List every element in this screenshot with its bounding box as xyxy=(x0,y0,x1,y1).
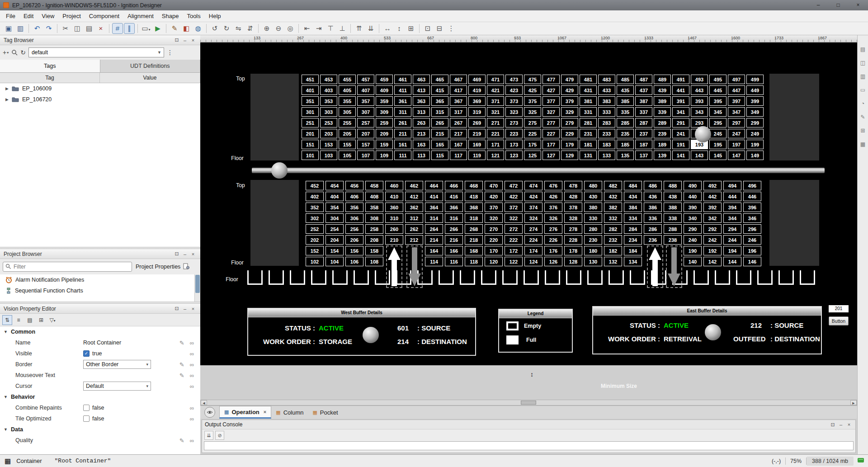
storage-cell[interactable]: 130 xyxy=(584,257,602,266)
storage-cell[interactable]: 367 xyxy=(450,96,467,106)
project-properties-button[interactable]: Project Properties xyxy=(136,263,189,271)
storage-cell[interactable]: 354 xyxy=(326,203,344,212)
storage-cell[interactable]: 390 xyxy=(684,203,702,212)
storage-cell[interactable]: 413 xyxy=(413,85,430,95)
storage-cell[interactable]: 366 xyxy=(445,203,463,212)
storage-cell[interactable]: 314 xyxy=(425,213,443,223)
storage-cell[interactable]: 451 xyxy=(302,75,319,84)
storage-cell[interactable]: 251 xyxy=(302,118,319,127)
storage-cell[interactable]: 395 xyxy=(709,96,726,106)
close-panel-icon[interactable]: × xyxy=(189,251,197,257)
property-section[interactable]: ▼Data xyxy=(0,424,200,435)
storage-cell[interactable]: 470 xyxy=(485,181,503,190)
save-icon[interactable]: ▣ xyxy=(3,23,14,34)
tab-udt-definitions[interactable]: UDT Definitions xyxy=(100,60,201,72)
property-value[interactable]: ✓true xyxy=(83,350,164,357)
east-buffer-panel[interactable]: East Buffer Details STATUS : ACTIVE WORK… xyxy=(592,306,822,354)
storage-cell[interactable]: 214 xyxy=(425,235,443,245)
collapsed-dock-tab-icon[interactable]: ▤ xyxy=(859,45,867,53)
storage-cell[interactable]: 489 xyxy=(654,75,671,84)
stroke-color-icon[interactable]: ◍ xyxy=(193,23,203,34)
storage-cell[interactable]: 365 xyxy=(431,96,448,106)
storage-cell[interactable]: 411 xyxy=(394,85,411,95)
view-tab-pocket[interactable]: ▦Pocket xyxy=(308,406,342,419)
storage-cell[interactable]: 254 xyxy=(326,224,344,234)
pocket-shape[interactable] xyxy=(587,270,603,285)
project-item[interactable]: Sequential Function Charts xyxy=(0,285,200,296)
storage-cell[interactable]: 439 xyxy=(654,85,671,95)
storage-cell[interactable]: 381 xyxy=(580,96,597,106)
storage-cell[interactable]: 126 xyxy=(544,257,562,266)
storage-cell[interactable]: 312 xyxy=(405,213,423,223)
storage-cell[interactable]: 389 xyxy=(654,96,671,106)
storage-cell[interactable]: 239 xyxy=(654,129,671,138)
storage-cell[interactable]: 249 xyxy=(746,129,764,138)
storage-cell[interactable]: 244 xyxy=(723,235,741,245)
storage-cell[interactable]: 394 xyxy=(723,203,741,212)
storage-cell[interactable]: 207 xyxy=(357,129,374,138)
checkbox[interactable]: ✓ xyxy=(83,350,90,357)
memory-usage[interactable]: 388 / 1024 mb xyxy=(807,457,854,466)
storage-cell[interactable]: 279 xyxy=(561,118,578,127)
storage-cell[interactable]: 270 xyxy=(485,224,503,234)
menu-edit[interactable]: Edit xyxy=(19,10,38,22)
storage-cell[interactable]: 105 xyxy=(339,151,356,160)
sort-by-category-icon[interactable]: ⇅ xyxy=(2,315,12,325)
storage-cell[interactable]: 423 xyxy=(505,85,523,95)
property-link-icon[interactable]: ∞ xyxy=(190,437,194,444)
menu-tools[interactable]: Tools xyxy=(183,10,204,22)
storage-cell[interactable]: 458 xyxy=(365,181,383,190)
storage-cell[interactable]: 463 xyxy=(413,75,430,84)
storage-cell[interactable]: 231 xyxy=(580,129,597,138)
storage-cell[interactable]: 222 xyxy=(505,235,523,245)
storage-cell[interactable]: 137 xyxy=(635,151,652,160)
storage-cell[interactable]: 417 xyxy=(450,85,467,95)
storage-cell[interactable]: 287 xyxy=(635,118,652,127)
storage-cell[interactable]: 440 xyxy=(684,192,702,201)
storage-cell[interactable]: 359 xyxy=(376,96,393,106)
storage-cell[interactable]: 187 xyxy=(635,140,652,149)
storage-cell[interactable]: 432 xyxy=(604,192,622,201)
storage-cell[interactable]: 380 xyxy=(584,203,602,212)
storage-cell[interactable]: 428 xyxy=(564,192,582,201)
storage-cell[interactable]: 266 xyxy=(445,224,463,234)
scroll-right-icon[interactable]: ▶ xyxy=(850,400,857,405)
scrollbar-thumb[interactable] xyxy=(195,275,200,293)
storage-cell[interactable]: 227 xyxy=(542,129,560,138)
west-buffer-panel[interactable]: West Buffer Details STATUS : ACTIVE WORK… xyxy=(247,308,476,356)
storage-cell[interactable]: 467 xyxy=(450,75,467,84)
storage-cell[interactable]: 383 xyxy=(598,96,615,106)
match-size-icon[interactable]: ⊞ xyxy=(406,23,416,34)
storage-cell[interactable]: 203 xyxy=(320,129,337,138)
storage-cell[interactable]: 106 xyxy=(345,257,363,266)
storage-cell[interactable]: 228 xyxy=(564,235,582,245)
storage-cell[interactable]: 262 xyxy=(405,224,423,234)
storage-cell[interactable]: 445 xyxy=(709,85,726,95)
storage-cell[interactable]: 337 xyxy=(635,107,652,117)
group-icon[interactable]: ⊡ xyxy=(422,23,433,34)
send-to-back-icon[interactable]: ⇊ xyxy=(365,23,376,34)
storage-cell[interactable]: 268 xyxy=(465,224,483,234)
expand-arrow-icon[interactable]: ▶ xyxy=(5,97,9,102)
storage-cell[interactable]: 376 xyxy=(544,203,562,212)
pocket-shape[interactable] xyxy=(439,270,454,285)
paste-icon[interactable]: ▤ xyxy=(84,23,94,34)
elevator-shaft[interactable] xyxy=(250,180,299,266)
storage-cell[interactable]: 419 xyxy=(468,85,486,95)
clear-console-icon[interactable]: ⊘ xyxy=(215,431,224,440)
storage-cell[interactable]: 236 xyxy=(644,235,662,245)
storage-cell[interactable]: 392 xyxy=(703,203,722,212)
storage-cell[interactable]: 430 xyxy=(584,192,602,201)
storage-cell[interactable]: 140 xyxy=(684,257,702,266)
pocket-shape[interactable] xyxy=(269,270,284,285)
storage-cell[interactable]: 141 xyxy=(672,151,689,160)
storage-cell[interactable]: 441 xyxy=(672,85,689,95)
storage-cell[interactable]: 478 xyxy=(564,181,582,190)
storage-cell[interactable]: 247 xyxy=(728,129,745,138)
storage-cell[interactable]: 330 xyxy=(584,213,602,223)
storage-cell[interactable]: 215 xyxy=(431,129,448,138)
storage-cell[interactable]: 208 xyxy=(365,235,383,245)
storage-cell[interactable]: 235 xyxy=(617,129,634,138)
tag-tree-item[interactable]: ▶EP_106720 xyxy=(0,94,200,105)
storage-cell[interactable]: 373 xyxy=(505,96,523,106)
